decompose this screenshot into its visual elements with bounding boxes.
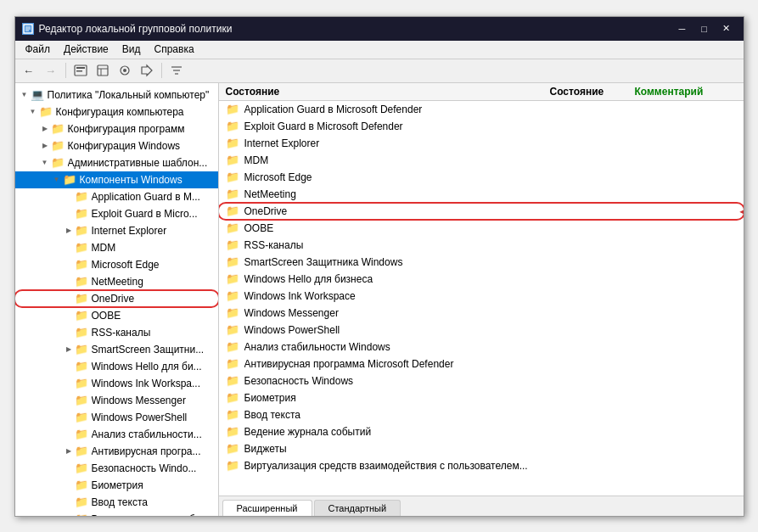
- list-item-ink[interactable]: 📁 Windows Ink Workspace: [219, 288, 744, 305]
- list-item-mdm[interactable]: 📁 MDM: [219, 152, 744, 169]
- tree-item-exploit-guard[interactable]: 📁 Exploit Guard в Micro...: [15, 205, 218, 222]
- close-button[interactable]: ✕: [716, 20, 737, 37]
- expand-input[interactable]: [63, 496, 75, 508]
- expand-ps[interactable]: [63, 412, 75, 423]
- list-item-input[interactable]: 📁 Ввод текста: [219, 406, 744, 423]
- menu-file[interactable]: Файл: [19, 42, 58, 57]
- list-item-oobe[interactable]: 📁 OOBE: [219, 220, 744, 237]
- expand-win-components[interactable]: ▼: [51, 174, 63, 186]
- expand-messenger[interactable]: [63, 395, 75, 406]
- expand-edge[interactable]: [63, 259, 75, 271]
- expand-mdm[interactable]: [63, 242, 75, 254]
- tree-item-mdm[interactable]: 📁 MDM: [15, 239, 218, 256]
- tree-label-onedrive: OneDrive: [92, 293, 135, 305]
- list-item-antivirus[interactable]: 📁 Антивирусная программа Microsoft Defen…: [219, 356, 744, 372]
- list-item-smartscreen[interactable]: 📁 SmartScreen Защитника Windows: [219, 254, 744, 271]
- item-label: Биометрия: [244, 392, 550, 404]
- list-item-rss[interactable]: 📁 RSS-каналы: [219, 237, 744, 254]
- tree-item-input[interactable]: 📁 Ввод текста: [15, 494, 218, 511]
- expand-stability[interactable]: [63, 428, 75, 440]
- expand-ie[interactable]: ▶: [63, 225, 75, 237]
- expand-adm-templates[interactable]: ▼: [39, 157, 51, 169]
- minimize-button[interactable]: ─: [672, 20, 693, 37]
- tree-item-biometrics[interactable]: 📁 Биометрия: [15, 477, 218, 494]
- list-item-ps[interactable]: 📁 Windows PowerShell: [219, 322, 744, 339]
- tree-item-netmeeting[interactable]: 📁 NetMeeting: [15, 273, 218, 290]
- expand-exploit-guard[interactable]: [63, 208, 75, 220]
- expand-eventlog[interactable]: [63, 513, 75, 516]
- tree-item-hello[interactable]: 📁 Windows Hello для би...: [15, 358, 218, 375]
- list-item-hello[interactable]: 📁 Windows Hello для бизнеса: [219, 271, 744, 288]
- expand-root[interactable]: ▼: [19, 89, 31, 101]
- maximize-button[interactable]: □: [694, 20, 715, 37]
- tree-item-app-guard[interactable]: 📁 Application Guard в М...: [15, 188, 218, 205]
- list-item-security[interactable]: 📁 Безопасность Windows: [219, 372, 744, 389]
- tree-item-ink[interactable]: 📁 Windows Ink Workspа...: [15, 375, 218, 392]
- forward-button[interactable]: →: [41, 61, 61, 80]
- toolbar-btn-3[interactable]: [115, 61, 135, 80]
- back-button[interactable]: ←: [19, 61, 39, 80]
- tree-item-stability[interactable]: 📁 Анализ стабильности...: [15, 426, 218, 443]
- expand-app-guard[interactable]: [63, 191, 75, 203]
- tree-item-smartscreen[interactable]: ▶ 📁 SmartScreen Защитни...: [15, 341, 218, 358]
- list-item-onedrive[interactable]: 📁 OneDrive: [219, 203, 744, 220]
- tree-item-messenger[interactable]: 📁 Windows Messenger: [15, 392, 218, 409]
- list-item-stability[interactable]: 📁 Анализ стабильности Windows: [219, 339, 744, 356]
- list-item-messenger[interactable]: 📁 Windows Messenger: [219, 305, 744, 322]
- list-item-virtualization[interactable]: 📁 Виртуализация средств взаимодействия с…: [219, 457, 744, 474]
- expand-oobe[interactable]: [63, 310, 75, 322]
- list-item-exploit-defender[interactable]: 📁 Exploit Guard в Microsoft Defender: [219, 118, 744, 135]
- list-item-biometrics[interactable]: 📁 Биометрия: [219, 389, 744, 406]
- tree-item-ps[interactable]: 📁 Windows PowerShell: [15, 409, 218, 426]
- expand-antivirus[interactable]: ▶: [63, 445, 75, 457]
- folder-icon: 📁: [75, 292, 88, 305]
- toolbar-btn-4[interactable]: [137, 61, 157, 80]
- item-label: Windows Hello для бизнеса: [244, 273, 550, 285]
- tree-item-rss[interactable]: 📁 RSS-каналы: [15, 324, 218, 341]
- list-item-onedrive-wrapper: 📁 OneDrive ◄: [219, 203, 744, 220]
- tab-extended[interactable]: Расширенный: [222, 500, 312, 516]
- expand-rss[interactable]: [63, 327, 75, 339]
- list-item-widgets[interactable]: 📁 Виджеты: [219, 440, 744, 457]
- menu-action[interactable]: Действие: [57, 42, 115, 57]
- toolbar-btn-2[interactable]: [93, 61, 113, 80]
- list-item-edge[interactable]: 📁 Microsoft Edge: [219, 169, 744, 186]
- tree-item-prog-config[interactable]: ▶ 📁 Конфигурация программ: [15, 120, 218, 137]
- list-item-ag-defender[interactable]: 📁 Application Guard в Microsoft Defender: [219, 101, 744, 118]
- tree-item-root[interactable]: ▼ 💻 Политика "Локальный компьютер": [15, 87, 218, 104]
- menu-view[interactable]: Вид: [115, 42, 148, 57]
- tree-item-adm-templates[interactable]: ▼ 📁 Административные шаблон...: [15, 154, 218, 171]
- list-item-ie[interactable]: 📁 Internet Explorer: [219, 135, 744, 152]
- folder-icon: 📁: [75, 241, 88, 254]
- expand-onedrive[interactable]: [63, 293, 75, 305]
- expand-smartscreen[interactable]: ▶: [63, 344, 75, 356]
- expand-biometrics[interactable]: [63, 479, 75, 491]
- tree-item-onedrive[interactable]: 📁 OneDrive: [15, 290, 218, 307]
- menu-help[interactable]: Справка: [148, 42, 201, 57]
- tab-standard[interactable]: Стандартный: [314, 500, 401, 516]
- expand-ink[interactable]: [63, 378, 75, 389]
- expand-prog-config[interactable]: ▶: [39, 123, 51, 135]
- tree-item-win-components[interactable]: ▼ 📁 Компоненты Windows: [15, 171, 218, 188]
- expand-hello[interactable]: [63, 361, 75, 372]
- expand-win-config[interactable]: ▶: [39, 140, 51, 152]
- list-item-netmeeting[interactable]: 📁 NetMeeting: [219, 186, 744, 203]
- tree-item-antivirus[interactable]: ▶ 📁 Антивирусная програ...: [15, 443, 218, 460]
- tree-item-eventlog[interactable]: 📁 Ведение журнала соб...: [15, 511, 218, 516]
- filter-button[interactable]: [166, 61, 187, 80]
- tree-item-oobe[interactable]: 📁 OOBE: [15, 307, 218, 324]
- expand-security[interactable]: [63, 462, 75, 474]
- toolbar-btn-1[interactable]: [70, 61, 91, 80]
- folder-icon: 📁: [75, 428, 88, 440]
- tree-item-comp-config[interactable]: ▼ 📁 Конфигурация компьютера: [15, 104, 218, 120]
- tree-item-ie[interactable]: ▶ 📁 Internet Explorer: [15, 222, 218, 239]
- item-label: Анализ стабильности Windows: [244, 341, 550, 353]
- app-icon: [22, 23, 34, 35]
- expand-netmeeting[interactable]: [63, 276, 75, 288]
- folder-icon: 📁: [75, 275, 88, 288]
- list-item-eventlog[interactable]: 📁 Ведение журнала событий: [219, 423, 744, 440]
- expand-comp-config[interactable]: ▼: [27, 106, 39, 118]
- tree-item-security[interactable]: 📁 Безопасность Windo...: [15, 460, 218, 477]
- tree-item-win-config[interactable]: ▶ 📁 Конфигурация Windows: [15, 137, 218, 154]
- tree-item-edge[interactable]: 📁 Microsoft Edge: [15, 256, 218, 273]
